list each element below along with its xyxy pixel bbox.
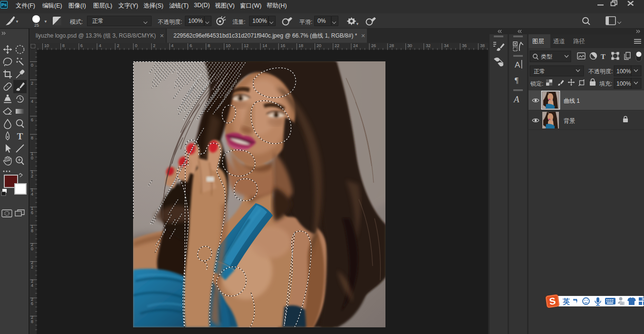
svg-text:¶: ¶ [515,76,519,85]
svg-text:2: 2 [117,43,119,48]
svg-text:T: T [601,53,606,60]
svg-text:2: 2 [31,265,33,269]
svg-text:6: 6 [31,118,33,122]
svg-text:34: 34 [444,43,449,48]
svg-text:2: 2 [31,174,33,178]
svg-text:路径: 路径 [573,38,585,45]
svg-text:6: 6 [31,301,33,306]
svg-text:6: 6 [31,210,33,215]
svg-text:4: 4 [31,192,33,196]
svg-text:36: 36 [462,43,467,48]
svg-text:10: 10 [226,43,231,48]
svg-text:24: 24 [353,43,358,48]
svg-text:4: 4 [31,283,33,288]
svg-text:锁定:: 锁定: [530,80,543,87]
svg-text:0: 0 [31,156,33,160]
svg-text:22: 22 [335,43,339,48]
svg-text:20: 20 [317,43,321,48]
svg-text:100%: 100% [616,80,631,87]
svg-text:曲线 1: 曲线 1 [564,98,580,104]
svg-text:正常: 正常 [534,68,545,75]
svg-text:18: 18 [298,43,303,48]
svg-text:100%: 100% [616,68,631,75]
svg-text:16: 16 [280,43,285,48]
svg-text:不透明度:: 不透明度: [588,68,613,75]
svg-text:2: 2 [31,81,33,86]
svg-text:2: 2 [153,43,155,48]
svg-text:0: 0 [135,43,137,48]
svg-text:8: 8 [31,319,33,324]
svg-text:8: 8 [31,228,33,233]
svg-text:32: 32 [426,43,431,48]
svg-text:25: 25 [34,23,39,28]
svg-text:6: 6 [190,43,192,48]
svg-text:类型: 类型 [541,53,552,60]
svg-text:6: 6 [80,43,83,48]
svg-text:0: 0 [31,63,33,68]
svg-text:14: 14 [262,43,267,48]
svg-text:11: 11 [620,302,624,305]
svg-text:T: T [17,131,23,141]
svg-text:A: A [515,60,520,69]
svg-text:10: 10 [44,43,49,48]
svg-text:12: 12 [244,43,249,48]
svg-text:背景: 背景 [564,118,575,124]
svg-text:38: 38 [480,43,485,48]
svg-text:4: 4 [31,99,33,104]
svg-text:通道: 通道 [553,38,565,45]
svg-text:8: 8 [62,43,65,48]
svg-text:30: 30 [407,43,412,48]
svg-text:填充:: 填充: [599,80,612,87]
svg-text:4: 4 [171,43,173,48]
svg-text:英: 英 [562,297,570,305]
svg-text:8: 8 [208,43,210,48]
svg-text:28: 28 [389,43,394,48]
svg-text:0: 0 [31,246,33,251]
svg-text:图层: 图层 [532,38,544,45]
svg-text:26: 26 [371,43,376,48]
svg-text:8: 8 [31,136,33,140]
svg-text:4: 4 [99,43,101,48]
svg-text:A: A [513,94,519,104]
